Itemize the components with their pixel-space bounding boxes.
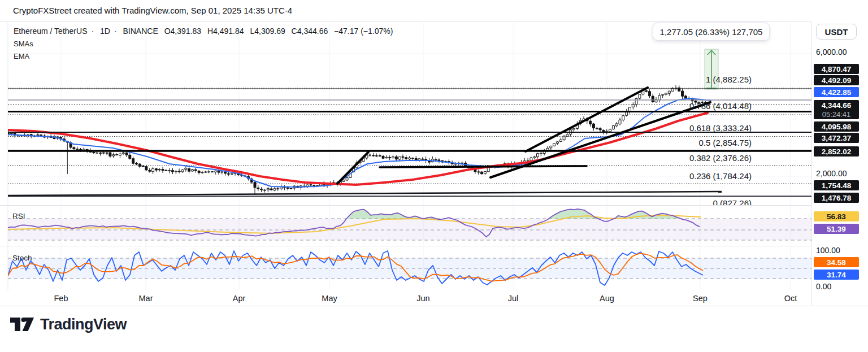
month-label-sep: Sep [693,294,708,303]
rsi-value-label: 51.39 [814,224,859,234]
price-line-label-4870: 4,870.47 [814,64,859,74]
ema-value-label: 4,422.85 [814,87,859,97]
price-line-label-1476: 1,476.78 [814,193,859,203]
attribution-text: CryptoFXStreet created with TradingView.… [13,6,292,15]
price-line-label-1754: 1,754.48 [814,180,859,190]
price-tick-6000: 6,000.00 [816,47,847,57]
bar-close-countdown: 05:24:41 [814,110,859,119]
price-line-label-4095: 4,095.98 [814,121,859,132]
stoch-pane [8,251,811,285]
symbol-ohlc-row[interactable]: Ethereum / TetherUS· 1D· BINANCE O4,391.… [14,27,397,36]
stoch-pane-title[interactable]: Stoch [12,254,32,262]
stoch-k-value-label: 31.74 [814,270,859,280]
price-tick-2000: 2,000.00 [816,169,847,178]
main-price-pane [7,49,812,197]
price-line-label-4492: 4,492.09 [814,75,859,85]
stoch-d-value-label: 34.58 [814,257,859,267]
separator-dot: · [91,27,94,36]
pane-separator-rsi-stoch[interactable] [0,246,868,246]
month-label-jul: Jul [508,294,519,303]
footer: TradingView [0,306,868,352]
last-price-label: 4,344.6605:24:41 [814,100,859,119]
time-axis[interactable]: FebMarAprMayJunJulAugSepOct [0,290,868,306]
indicator-legend-smas[interactable]: SMAs [14,40,397,48]
measure-tooltip: 1,277.05 (26.33%) 127,705 [653,23,770,41]
interval-label[interactable]: 1D [100,27,110,36]
ohlc-change: −47.17 (−1.07%) [334,27,393,36]
separator-dot: · [114,27,117,36]
rsi-pane [8,209,811,240]
month-label-jun: Jun [416,294,429,303]
ohlc-close: C4,344.66 [292,27,328,36]
tradingview-screenshot: CryptoFXStreet created with TradingView.… [0,0,868,352]
price-line-label-3472: 3,472.37 [814,133,859,143]
month-label-mar: Mar [139,294,153,303]
month-label-may: May [322,294,337,303]
ohlc-high: H4,491.84 [207,27,244,36]
stoch-tick-100: 100.00 [816,246,840,255]
attribution-bar: CryptoFXStreet created with TradingView.… [0,0,868,21]
symbol-title[interactable]: Ethereum / TetherUS [14,27,87,36]
chart-canvas[interactable] [0,21,868,306]
ohlc-low: L4,309.69 [250,27,285,36]
tradingview-logo[interactable]: TradingView [10,315,127,333]
chart-legend: Ethereum / TetherUS· 1D· BINANCE O4,391.… [14,27,397,60]
exchange-label[interactable]: BINANCE [123,27,158,36]
tradingview-logo-icon [10,315,34,333]
currency-toggle-button[interactable]: USDT [816,24,857,40]
tradingview-logo-text: TradingView [40,316,127,333]
indicator-legend-ema[interactable]: EMA [14,52,397,60]
ohlc-open: O4,391.83 [164,27,201,36]
price-scale[interactable]: 6,000.004,870.474,492.094,422.854,344.66… [812,21,868,306]
month-label-oct: Oct [784,294,797,303]
month-label-feb: Feb [54,294,68,303]
stoch-tick-0: 0.00 [816,282,831,291]
pane-separator-main-rsi[interactable] [0,205,868,206]
time-axis-bottom-border [0,306,868,306]
rsi-ma-value-label: 56.83 [814,211,859,221]
month-label-apr: Apr [233,294,246,303]
month-label-aug: Aug [600,294,614,303]
price-line-label-2852: 2,852.02 [814,146,859,157]
rsi-pane-title[interactable]: RSI [12,212,25,220]
